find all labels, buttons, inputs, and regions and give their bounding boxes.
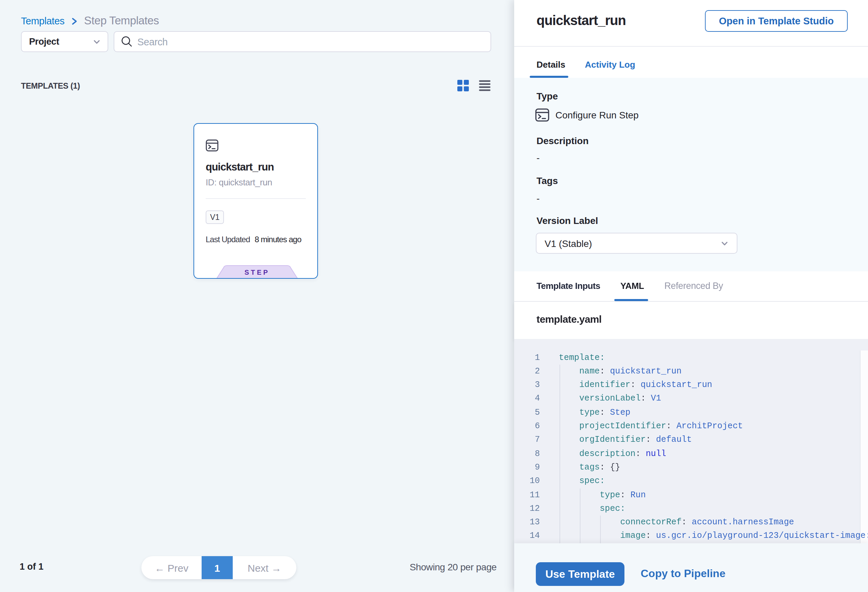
svg-text:STEP: STEP (245, 269, 270, 276)
